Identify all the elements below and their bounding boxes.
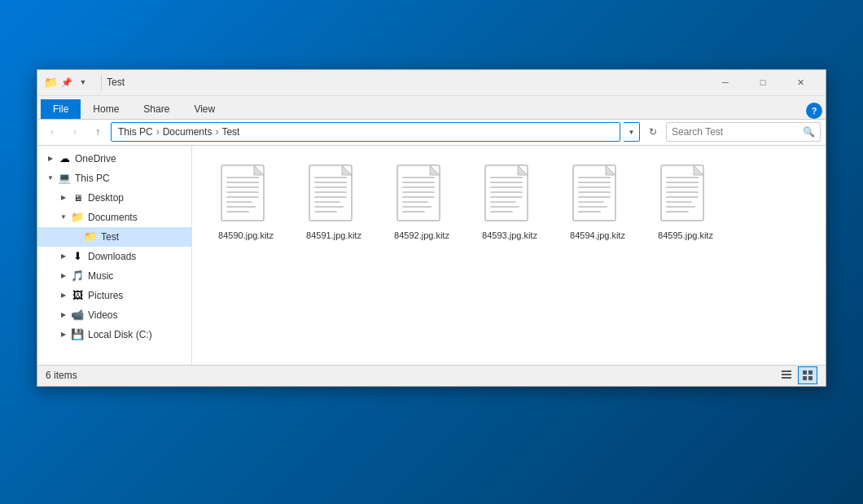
file-icon-1 bbox=[308, 164, 360, 226]
search-input[interactable] bbox=[672, 126, 799, 138]
sep1: › bbox=[156, 126, 160, 138]
sidebar-item-desktop[interactable]: ▶ 🖥 Desktop bbox=[37, 188, 191, 208]
address-dropdown[interactable]: ▼ bbox=[624, 122, 640, 142]
expander-thispc[interactable]: ▼ bbox=[44, 172, 57, 185]
back-button[interactable]: ‹ bbox=[42, 122, 62, 142]
refresh-button[interactable]: ↻ bbox=[643, 122, 663, 142]
title-bar: 📁 📌 ▼ Test ─ □ ✕ bbox=[37, 70, 826, 96]
file-item-5[interactable]: 84595.jpg.kitz bbox=[645, 159, 726, 245]
explorer-window: 📁 📌 ▼ Test ─ □ ✕ File Home Share View ? … bbox=[37, 69, 826, 387]
svg-rect-23 bbox=[402, 186, 435, 188]
svg-rect-3 bbox=[226, 186, 259, 188]
svg-rect-60 bbox=[782, 370, 791, 372]
svg-rect-7 bbox=[226, 206, 256, 208]
file-item-3[interactable]: 84593.jpg.kitz bbox=[469, 159, 550, 245]
svg-rect-14 bbox=[314, 191, 347, 193]
expander-desktop[interactable]: ▶ bbox=[57, 191, 70, 204]
localdisk-icon: 💾 bbox=[70, 328, 85, 341]
desktop-icon: 🖥 bbox=[70, 191, 85, 204]
title-bar-icons: 📁 📌 ▼ bbox=[44, 76, 90, 89]
details-view-button[interactable] bbox=[777, 366, 796, 384]
svg-rect-25 bbox=[402, 196, 435, 198]
sidebar-item-music[interactable]: ▶ 🎵 Music bbox=[37, 266, 191, 286]
file-icon-2 bbox=[396, 164, 448, 226]
breadcrumb-documents[interactable]: Documents bbox=[163, 126, 212, 138]
close-button[interactable]: ✕ bbox=[782, 69, 819, 95]
sidebar-label-downloads: Downloads bbox=[88, 251, 136, 262]
maximize-button[interactable]: □ bbox=[744, 69, 782, 95]
svg-rect-46 bbox=[578, 201, 604, 203]
svg-rect-62 bbox=[782, 377, 791, 379]
sidebar-item-pictures[interactable]: ▶ 🖼 Pictures bbox=[37, 286, 191, 305]
ribbon: File Home Share View ? bbox=[37, 96, 826, 120]
forward-button[interactable]: › bbox=[65, 122, 85, 142]
svg-rect-65 bbox=[803, 376, 807, 380]
file-item-1[interactable]: 84591.jpg.kitz bbox=[293, 159, 375, 245]
expander-localdisk[interactable]: ▶ bbox=[57, 328, 70, 341]
sidebar-label-localdisk: Local Disk (C:) bbox=[88, 329, 152, 340]
search-box[interactable]: 🔍 bbox=[666, 122, 821, 142]
sidebar-label-onedrive: OneDrive bbox=[75, 153, 116, 164]
view-icons bbox=[777, 366, 817, 384]
pin-icon: 📌 bbox=[60, 76, 73, 89]
svg-rect-55 bbox=[666, 196, 699, 198]
quick-access-dropdown[interactable]: ▼ bbox=[77, 76, 90, 89]
file-item-2[interactable]: 84592.jpg.kitz bbox=[381, 159, 462, 245]
expander-downloads[interactable]: ▶ bbox=[57, 250, 70, 263]
sidebar-item-documents[interactable]: ▼ 📁 Documents bbox=[37, 208, 191, 227]
sidebar-label-desktop: Desktop bbox=[88, 192, 124, 204]
minimize-button[interactable]: ─ bbox=[707, 69, 744, 95]
tab-home[interactable]: Home bbox=[81, 99, 131, 119]
svg-rect-4 bbox=[226, 191, 259, 193]
expander-pictures[interactable]: ▶ bbox=[57, 289, 70, 302]
sidebar-scroll[interactable]: ▶ ☁ OneDrive ▼ 💻 This PC ▶ 🖥 Desktop bbox=[37, 146, 191, 365]
test-icon: 📁 bbox=[83, 230, 98, 243]
expander-videos[interactable]: ▶ bbox=[57, 309, 70, 322]
file-icon-4 bbox=[572, 164, 624, 226]
expander-documents[interactable]: ▼ bbox=[57, 211, 70, 224]
svg-rect-17 bbox=[314, 206, 344, 208]
svg-rect-18 bbox=[314, 211, 337, 213]
file-item-4[interactable]: 84594.jpg.kitz bbox=[557, 159, 638, 245]
breadcrumb-test[interactable]: Test bbox=[221, 126, 239, 138]
tab-view[interactable]: View bbox=[182, 99, 227, 119]
svg-rect-28 bbox=[402, 211, 425, 213]
svg-rect-42 bbox=[578, 182, 611, 183]
tab-file[interactable]: File bbox=[41, 99, 81, 119]
svg-rect-47 bbox=[578, 206, 607, 208]
file-label-2: 84592.jpg.kitz bbox=[394, 230, 449, 240]
sidebar-item-downloads[interactable]: ▶ ⬇ Downloads bbox=[37, 247, 191, 266]
address-path[interactable]: This PC › Documents › Test bbox=[111, 122, 620, 142]
file-label-5: 84595.jpg.kitz bbox=[658, 230, 713, 240]
svg-rect-22 bbox=[402, 182, 435, 183]
large-icons-view-button[interactable] bbox=[798, 366, 817, 384]
up-button[interactable]: ↑ bbox=[88, 122, 107, 142]
window-controls: ─ □ ✕ bbox=[707, 69, 819, 95]
svg-rect-38 bbox=[490, 211, 513, 213]
svg-rect-21 bbox=[402, 177, 435, 178]
svg-rect-54 bbox=[666, 191, 699, 193]
expander-onedrive[interactable]: ▶ bbox=[44, 152, 57, 165]
sidebar-label-videos: Videos bbox=[88, 309, 117, 321]
help-button[interactable]: ? bbox=[806, 103, 822, 119]
sidebar-item-onedrive[interactable]: ▶ ☁ OneDrive bbox=[37, 149, 191, 169]
main-content: ▶ ☁ OneDrive ▼ 💻 This PC ▶ 🖥 Desktop bbox=[37, 146, 826, 365]
breadcrumb-thispc[interactable]: This PC bbox=[118, 126, 153, 138]
svg-rect-11 bbox=[314, 177, 347, 178]
title-separator bbox=[101, 75, 102, 90]
file-label-0: 84590.jpg.kitz bbox=[218, 230, 274, 240]
expander-music[interactable]: ▶ bbox=[57, 270, 70, 283]
item-count: 6 items bbox=[46, 370, 777, 381]
sidebar-item-test[interactable]: 📁 Test bbox=[37, 227, 191, 247]
svg-rect-5 bbox=[226, 196, 259, 198]
svg-rect-37 bbox=[490, 206, 519, 208]
address-bar: ‹ › ↑ This PC › Documents › Test ▼ ↻ 🔍 bbox=[37, 120, 826, 146]
sidebar-item-videos[interactable]: ▶ 📹 Videos bbox=[37, 305, 191, 325]
search-icon[interactable]: 🔍 bbox=[803, 126, 815, 138]
svg-rect-35 bbox=[490, 196, 523, 198]
tab-share[interactable]: Share bbox=[131, 99, 182, 119]
svg-rect-56 bbox=[666, 201, 692, 203]
file-item-0[interactable]: 84590.jpg.kitz bbox=[205, 159, 287, 245]
sidebar-item-localdisk[interactable]: ▶ 💾 Local Disk (C:) bbox=[37, 325, 191, 344]
sidebar-item-thispc[interactable]: ▼ 💻 This PC bbox=[37, 169, 191, 188]
